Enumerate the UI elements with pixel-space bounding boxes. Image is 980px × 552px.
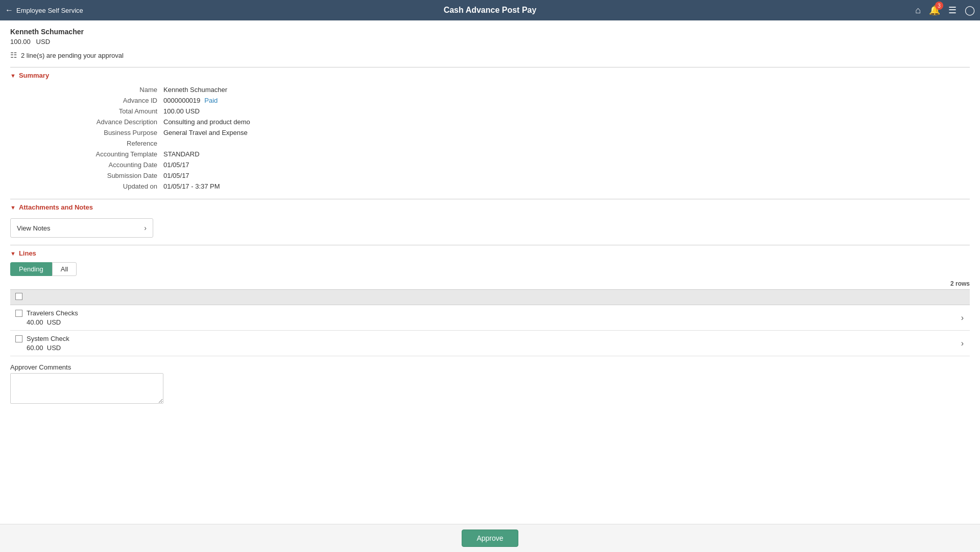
summary-field-label: Updated on bbox=[10, 182, 163, 190]
line-item-name: System Check bbox=[15, 335, 965, 342]
user-icon[interactable]: ◯ bbox=[965, 5, 975, 16]
line-item-name: Travelers Checks bbox=[15, 309, 965, 317]
summary-field-label: Name bbox=[10, 86, 163, 94]
lines-header-row bbox=[10, 289, 970, 305]
line-item-label: Travelers Checks bbox=[27, 309, 78, 317]
back-link[interactable]: ← Employee Self Service bbox=[5, 6, 83, 15]
main-content: Kenneth Schumacher 100.00 USD ☷ 2 line(s… bbox=[0, 20, 980, 450]
summary-section-header: ▼ Summary bbox=[10, 67, 970, 79]
app-header: ← Employee Self Service Cash Advance Pos… bbox=[0, 0, 980, 20]
summary-field-label: Advance Description bbox=[10, 118, 163, 126]
summary-row: Total Amount100.00 USD bbox=[10, 106, 970, 117]
line-item-label: System Check bbox=[27, 335, 69, 342]
attachments-title[interactable]: ▼ Attachments and Notes bbox=[10, 203, 970, 211]
attachments-content: View Notes › bbox=[10, 218, 970, 238]
summary-row: Reference bbox=[10, 138, 970, 149]
line-item: System Check 60.00 USD › bbox=[10, 331, 970, 356]
rows-count: 2 rows bbox=[10, 280, 970, 287]
summary-row: Submission Date01/05/17 bbox=[10, 170, 970, 181]
paid-badge: Paid bbox=[204, 97, 218, 104]
employee-amount: 100.00 USD bbox=[10, 38, 970, 45]
back-link-label: Employee Self Service bbox=[16, 7, 83, 14]
summary-row: Business PurposeGeneral Travel and Expen… bbox=[10, 127, 970, 138]
line-item-chevron-icon[interactable]: › bbox=[961, 339, 964, 348]
summary-row: Advance DescriptionConsulting and produc… bbox=[10, 117, 970, 127]
notification-badge: 3 bbox=[935, 2, 943, 10]
lines-title[interactable]: ▼ Lines bbox=[10, 249, 970, 257]
menu-icon[interactable]: ☰ bbox=[948, 5, 957, 16]
line-item-chevron-icon[interactable]: › bbox=[961, 313, 964, 323]
attachments-section: ▼ Attachments and Notes bbox=[10, 199, 970, 211]
summary-field-value: 01/05/17 bbox=[163, 172, 189, 179]
summary-table: NameKenneth SchumacherAdvance ID00000000… bbox=[10, 84, 970, 192]
pending-text: 2 line(s) are pending your approval bbox=[21, 52, 124, 59]
summary-row: Accounting TemplateSTANDARD bbox=[10, 149, 970, 159]
select-all-checkbox[interactable] bbox=[15, 293, 22, 300]
line-item-amount: 40.00 USD bbox=[15, 318, 965, 326]
line-item: Travelers Checks 40.00 USD › bbox=[10, 305, 970, 331]
lines-tabs: Pending All bbox=[10, 262, 970, 276]
summary-field-value: Kenneth Schumacher bbox=[163, 86, 227, 94]
approver-section: Approver Comments bbox=[10, 363, 970, 405]
summary-field-label: Total Amount bbox=[10, 107, 163, 115]
approver-comments-input[interactable] bbox=[10, 373, 163, 404]
lines-section-header: ▼ Lines bbox=[10, 245, 970, 257]
summary-field-label: Accounting Date bbox=[10, 161, 163, 169]
summary-field-label: Submission Date bbox=[10, 172, 163, 179]
line-item-checkbox[interactable] bbox=[15, 335, 22, 342]
employee-name: Kenneth Schumacher bbox=[10, 28, 970, 36]
tab-pending[interactable]: Pending bbox=[10, 262, 52, 276]
line-items-container: Travelers Checks 40.00 USD › System Chec… bbox=[10, 305, 970, 356]
summary-field-value: STANDARD bbox=[163, 150, 200, 158]
summary-row: Updated on01/05/17 - 3:37 PM bbox=[10, 181, 970, 192]
summary-field-value: 01/05/17 bbox=[163, 161, 189, 169]
summary-field-value: General Travel and Expense bbox=[163, 129, 248, 136]
summary-title[interactable]: ▼ Summary bbox=[10, 72, 970, 79]
line-item-checkbox[interactable] bbox=[15, 310, 22, 317]
summary-field-value: 100.00 USD bbox=[163, 107, 200, 115]
back-arrow-icon: ← bbox=[5, 6, 13, 15]
line-item-amount: 60.00 USD bbox=[15, 344, 965, 352]
approver-label: Approver Comments bbox=[10, 363, 970, 371]
attachments-chevron-icon: ▼ bbox=[10, 204, 16, 211]
summary-field-value: 01/05/17 - 3:37 PM bbox=[163, 182, 220, 190]
summary-field-value: 0000000019Paid bbox=[163, 97, 218, 104]
tab-all[interactable]: All bbox=[52, 262, 77, 276]
summary-field-label: Accounting Template bbox=[10, 150, 163, 158]
view-notes-button[interactable]: View Notes › bbox=[10, 218, 153, 238]
view-notes-label: View Notes bbox=[17, 224, 51, 232]
lines-section: Pending All 2 rows Travelers Checks 40.0… bbox=[10, 262, 970, 356]
notification-icon[interactable]: 🔔 3 bbox=[929, 5, 940, 16]
summary-field-value: Consulting and product demo bbox=[163, 118, 250, 126]
summary-row: Accounting Date01/05/17 bbox=[10, 159, 970, 170]
header-icons: ⌂ 🔔 3 ☰ ◯ bbox=[915, 5, 975, 16]
summary-field-label: Advance ID bbox=[10, 97, 163, 104]
page-title: Cash Advance Post Pay bbox=[444, 6, 537, 15]
pending-icon: ☷ bbox=[10, 51, 17, 60]
summary-row: Advance ID0000000019Paid bbox=[10, 95, 970, 106]
view-notes-chevron-icon: › bbox=[144, 224, 147, 232]
summary-field-label: Reference bbox=[10, 140, 163, 147]
summary-chevron-icon: ▼ bbox=[10, 73, 16, 79]
summary-field-label: Business Purpose bbox=[10, 129, 163, 136]
pending-notice: ☷ 2 line(s) are pending your approval bbox=[10, 51, 970, 60]
summary-row: NameKenneth Schumacher bbox=[10, 84, 970, 95]
lines-chevron-icon: ▼ bbox=[10, 250, 16, 257]
home-icon[interactable]: ⌂ bbox=[915, 5, 921, 16]
